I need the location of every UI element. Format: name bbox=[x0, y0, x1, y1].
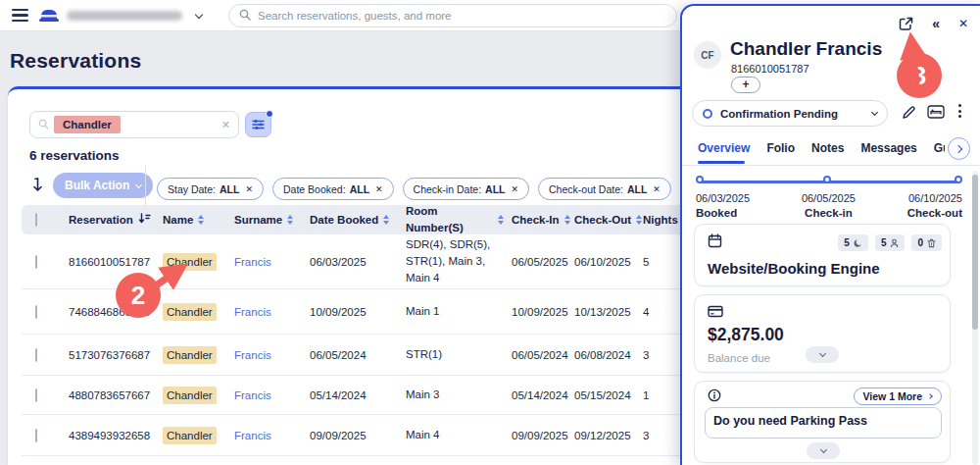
balance-card[interactable]: $2,875.00 Balance due bbox=[694, 294, 951, 373]
app-logo-icon[interactable] bbox=[38, 7, 60, 27]
col-name[interactable]: Name bbox=[163, 214, 193, 226]
col-nights[interactable]: Nights bbox=[643, 214, 678, 226]
guest-surname-link[interactable]: Francis bbox=[234, 349, 271, 361]
open-in-new-window-icon[interactable] bbox=[899, 17, 913, 31]
bulk-action-button[interactable]: Bulk Action bbox=[53, 173, 153, 198]
row-checkbox[interactable] bbox=[35, 348, 37, 362]
booking-source-title: Website/Booking Engine bbox=[708, 260, 880, 277]
remove-chip-icon[interactable] bbox=[375, 184, 383, 194]
date-booked: 10/09/2025 bbox=[310, 306, 406, 318]
menu-icon[interactable] bbox=[12, 9, 28, 22]
edit-icon[interactable] bbox=[902, 105, 916, 120]
row-checkbox[interactable] bbox=[35, 388, 37, 402]
collapse-panel-icon[interactable] bbox=[932, 16, 940, 31]
col-reservation[interactable]: Reservation bbox=[69, 214, 133, 226]
check-out-date: 05/15/2024 bbox=[574, 389, 643, 401]
room-assignment-icon[interactable] bbox=[927, 105, 945, 119]
status-ring-icon bbox=[703, 109, 712, 119]
annotation-step-2: 2 bbox=[116, 273, 161, 318]
check-out-date: 06/08/2024 bbox=[574, 349, 643, 361]
room-numbers: Main 1 bbox=[406, 303, 512, 320]
col-surname[interactable]: Surname bbox=[234, 214, 282, 226]
property-name-redacted[interactable] bbox=[67, 11, 182, 21]
row-checkbox[interactable] bbox=[35, 429, 37, 442]
check-in-date: 09/09/2025 bbox=[512, 430, 574, 441]
property-chevron-down-icon[interactable] bbox=[195, 11, 203, 19]
search-icon bbox=[239, 7, 251, 25]
info-icon bbox=[708, 388, 721, 406]
col-room-numbers[interactable]: Room Number(S) bbox=[406, 203, 493, 237]
col-date-booked[interactable]: Date Booked bbox=[310, 214, 378, 226]
chevron-down-icon bbox=[819, 445, 826, 452]
tab-overview[interactable]: Overview bbox=[698, 141, 750, 163]
search-icon bbox=[38, 116, 49, 133]
moon-icon bbox=[854, 238, 862, 248]
col-check-in[interactable]: Check-In bbox=[512, 214, 560, 226]
reservation-id: 4880783657667 bbox=[69, 389, 163, 401]
guest-first-name: Chandler bbox=[163, 427, 217, 444]
chip-date-booked[interactable]: Date Booked:ALL bbox=[272, 178, 394, 200]
sort-direction-icon[interactable] bbox=[32, 178, 43, 196]
custom-fields-card[interactable]: View 1 More Do you need Parking Pass bbox=[694, 381, 951, 463]
add-tag-button[interactable] bbox=[731, 77, 760, 93]
chevron-down-icon bbox=[871, 109, 878, 116]
tab-messages[interactable]: Messages bbox=[860, 141, 916, 163]
remove-chip-icon[interactable] bbox=[245, 184, 253, 194]
sort-icon[interactable] bbox=[287, 215, 293, 225]
select-all-checkbox[interactable] bbox=[35, 213, 37, 227]
more-options-icon[interactable] bbox=[958, 104, 961, 118]
checkin-date: 06/05/2025 bbox=[802, 192, 856, 204]
reservation-count: 6 reservations bbox=[29, 148, 120, 163]
room-numbers: Main 4 bbox=[406, 427, 512, 443]
guest-surname-link[interactable]: Francis bbox=[234, 306, 271, 318]
timeline-checkout-dot bbox=[955, 176, 962, 183]
status-dropdown[interactable]: Confirmation Pending bbox=[692, 100, 888, 127]
reservation-id: 8166010051787 bbox=[69, 256, 163, 268]
check-out-date: 09/12/2025 bbox=[574, 430, 643, 441]
remove-chip-icon[interactable] bbox=[511, 184, 518, 194]
reservation-id: 4389493932658 bbox=[69, 430, 163, 441]
guest-surname-link[interactable]: Francis bbox=[234, 430, 271, 441]
sort-icon[interactable] bbox=[498, 215, 504, 225]
timeline-booked-dot bbox=[696, 176, 704, 183]
row-checkbox[interactable] bbox=[35, 255, 37, 269]
close-panel-icon[interactable] bbox=[958, 17, 968, 30]
expand-balance-button[interactable] bbox=[806, 346, 839, 363]
tab-folio[interactable]: Folio bbox=[766, 141, 795, 163]
date-booked: 06/03/2025 bbox=[310, 256, 406, 268]
filter-active-dot bbox=[266, 110, 273, 118]
tabs-scroll-right-button[interactable] bbox=[948, 137, 970, 160]
col-check-out[interactable]: Check-Out bbox=[574, 214, 631, 226]
guest-avatar: CF bbox=[694, 41, 721, 69]
guest-surname-link[interactable]: Francis bbox=[234, 256, 271, 268]
person-icon bbox=[890, 238, 899, 248]
sort-icon[interactable] bbox=[636, 215, 642, 225]
guest-surname-link[interactable]: Francis bbox=[234, 389, 271, 401]
booked-date: 06/03/2025 bbox=[696, 192, 750, 204]
sort-active-icon[interactable] bbox=[138, 213, 151, 227]
sort-icon[interactable] bbox=[564, 215, 570, 225]
panel-scrollbar-thumb[interactable] bbox=[972, 175, 978, 330]
tab-notes[interactable]: Notes bbox=[811, 141, 844, 163]
global-search-input[interactable] bbox=[258, 10, 611, 22]
tab-guest[interactable]: Guest bbox=[934, 141, 945, 163]
expand-custom-fields-button[interactable] bbox=[807, 442, 840, 459]
booking-source-card[interactable]: 5 5 0 Website/Booking Engine bbox=[694, 224, 951, 286]
chip-check-out-date[interactable]: Check-out Date:ALL bbox=[538, 178, 671, 200]
active-tab-underline bbox=[698, 161, 745, 164]
guest-name: Chandler Francis bbox=[730, 38, 882, 60]
sort-icon[interactable] bbox=[383, 215, 389, 225]
row-checkbox[interactable] bbox=[35, 305, 37, 319]
chip-check-in-date[interactable]: Check-in Date:ALL bbox=[403, 178, 529, 200]
list-search-input[interactable]: Chandler bbox=[29, 111, 239, 138]
remove-chip-icon[interactable] bbox=[653, 184, 661, 194]
clear-search-icon[interactable] bbox=[221, 119, 230, 131]
guest-first-name: Chandler bbox=[163, 253, 217, 271]
booked-label: Booked bbox=[696, 207, 750, 219]
trash-icon bbox=[927, 238, 936, 248]
chip-stay-date[interactable]: Stay Date:ALL bbox=[157, 178, 264, 200]
view-more-button[interactable]: View 1 More bbox=[854, 388, 943, 405]
filters-button[interactable] bbox=[245, 112, 271, 137]
sort-icon[interactable] bbox=[198, 215, 204, 225]
global-search[interactable] bbox=[228, 4, 677, 27]
